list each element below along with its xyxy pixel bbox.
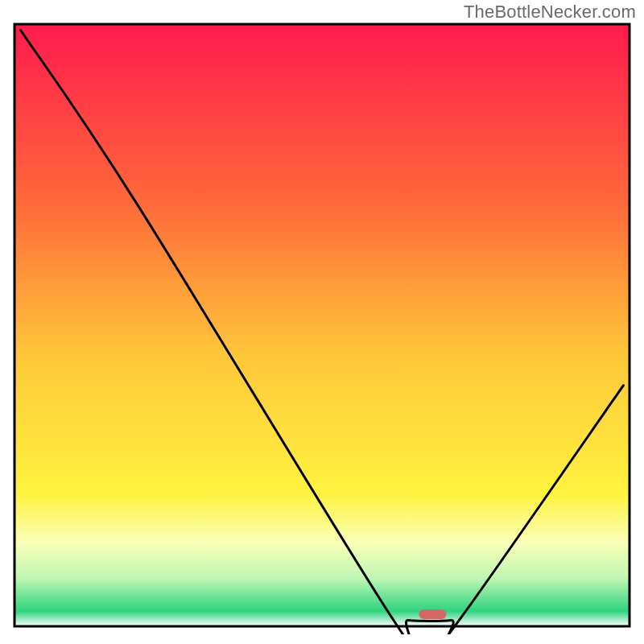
gradient-background (14, 24, 630, 626)
attribution-text: TheBottleNecker.com (464, 2, 636, 23)
chart-svg (8, 23, 636, 634)
chart-frame: TheBottleNecker.com (0, 0, 644, 644)
optimal-marker (419, 609, 447, 619)
chart-canvas (8, 23, 636, 634)
